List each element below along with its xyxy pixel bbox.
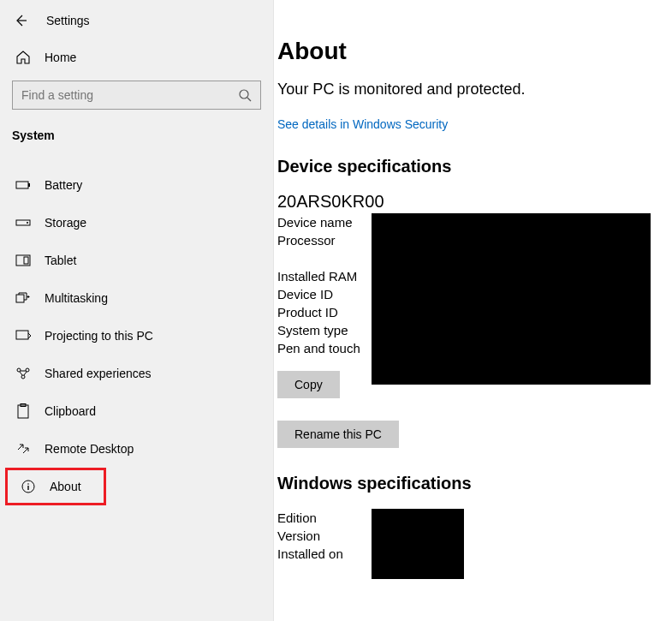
svg-point-4	[27, 222, 28, 224]
sidebar-item-label: Tablet	[45, 254, 76, 267]
sidebar-item-label: Shared experiences	[45, 367, 152, 380]
sidebar-item-label: About	[50, 480, 81, 493]
titlebar: Settings	[0, 10, 273, 41]
sidebar: Settings Home System Battery Storage	[0, 0, 274, 621]
device-spec-heading: Device specifications	[277, 157, 662, 176]
search-icon	[238, 88, 252, 102]
search-box[interactable]	[12, 81, 261, 110]
sidebar-item-label: Projecting to this PC	[45, 329, 153, 343]
windows-spec-heading: Windows specifications	[277, 474, 662, 493]
sidebar-home[interactable]: Home	[0, 41, 273, 74]
spec-label-ram: Installed RAM	[277, 269, 372, 284]
clipboard-icon	[15, 403, 31, 419]
spec-label-version: Version	[277, 528, 372, 543]
remote-desktop-icon	[15, 441, 31, 457]
search-wrap	[0, 74, 273, 122]
sidebar-item-tablet[interactable]: Tablet	[0, 242, 273, 279]
sidebar-item-label: Clipboard	[45, 404, 96, 418]
storage-icon	[15, 215, 31, 230]
spec-label-device-id: Device ID	[277, 287, 372, 302]
svg-rect-1	[16, 182, 28, 188]
copy-button[interactable]: Copy	[277, 371, 340, 398]
sidebar-nav: Battery Storage Tablet Multitasking Proj…	[0, 156, 273, 505]
sidebar-item-battery[interactable]: Battery	[0, 166, 273, 204]
sidebar-item-multitasking[interactable]: Multitasking	[0, 279, 273, 317]
svg-point-11	[21, 375, 25, 379]
main-content: About Your PC is monitored and protected…	[274, 0, 672, 621]
redacted-block	[372, 213, 651, 385]
arrow-left-icon	[14, 14, 27, 27]
shared-experiences-icon	[15, 366, 31, 381]
window-title: Settings	[46, 14, 90, 27]
svg-point-15	[27, 483, 29, 485]
spec-label-installed-on: Installed on	[277, 546, 372, 561]
projecting-icon	[15, 328, 31, 343]
sidebar-item-shared-experiences[interactable]: Shared experiences	[0, 355, 273, 392]
sidebar-item-label: Battery	[45, 178, 82, 192]
svg-rect-7	[16, 295, 24, 302]
spec-label-product-id: Product ID	[277, 305, 372, 319]
multitasking-icon	[15, 290, 31, 306]
sidebar-item-label: Remote Desktop	[45, 442, 134, 456]
svg-point-0	[240, 90, 248, 99]
page-title: About	[277, 38, 662, 65]
search-input[interactable]	[21, 88, 238, 102]
spec-label-system-type: System type	[277, 323, 372, 337]
device-spec-table: Device name Processor Installed RAM Devi…	[277, 213, 662, 357]
info-icon	[21, 479, 36, 494]
windows-spec-table: Edition Version Installed on	[277, 509, 662, 563]
sidebar-item-projecting[interactable]: Projecting to this PC	[0, 317, 273, 355]
sidebar-item-storage[interactable]: Storage	[0, 204, 273, 242]
redacted-block	[372, 509, 464, 579]
spec-label-device-name: Device name	[277, 215, 372, 230]
spec-label-pen-touch: Pen and touch	[277, 341, 372, 355]
rename-pc-button[interactable]: Rename this PC	[277, 421, 399, 448]
sidebar-item-label: Storage	[45, 216, 86, 230]
sidebar-section-label: System	[0, 122, 273, 156]
sidebar-item-label: Multitasking	[45, 291, 108, 305]
spec-label-processor: Processor	[277, 233, 372, 248]
home-label: Home	[45, 51, 76, 64]
svg-rect-12	[18, 405, 28, 418]
protected-status: Your PC is monitored and protected.	[277, 81, 662, 99]
svg-rect-8	[16, 331, 28, 339]
device-model: 20ARS0KR00	[277, 192, 662, 212]
sidebar-item-remote-desktop[interactable]: Remote Desktop	[0, 430, 273, 468]
home-icon	[15, 50, 31, 65]
sidebar-item-about[interactable]: About	[5, 468, 106, 505]
windows-security-link[interactable]: See details in Windows Security	[277, 117, 448, 131]
tablet-icon	[15, 253, 31, 268]
svg-point-10	[26, 368, 29, 372]
back-button[interactable]	[10, 10, 31, 31]
battery-icon	[15, 177, 31, 193]
svg-rect-6	[24, 257, 28, 264]
svg-rect-2	[28, 183, 30, 187]
svg-point-9	[17, 368, 21, 372]
spec-label-edition: Edition	[277, 511, 372, 525]
sidebar-item-clipboard[interactable]: Clipboard	[0, 392, 273, 430]
